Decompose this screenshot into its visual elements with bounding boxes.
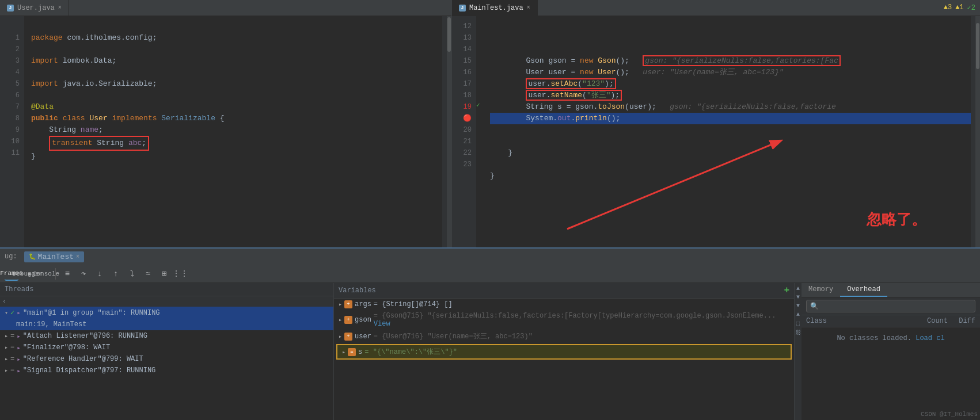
var-s-value: = "{\"name\":\"张三\"}" (364, 347, 457, 357)
right-line-16: user.setAbc("123"); (490, 78, 616, 89)
right-scrollbar[interactable] (975, 16, 980, 247)
col-count-header: Count (919, 317, 948, 325)
left-scrollbar[interactable] (447, 16, 451, 247)
gutter-copy-icon[interactable]: ⬚ (796, 320, 800, 327)
code-line-5: import java.io.Serializable; (31, 79, 157, 88)
thread-finalizer-eq: = (10, 343, 14, 352)
debug-session-tab[interactable]: 🐛 MainTest × (24, 251, 84, 262)
threads-header: Threads (0, 283, 333, 296)
tab-close-icon[interactable]: × (58, 5, 62, 11)
step-out-btn[interactable]: ↑ (109, 267, 123, 281)
step-into-btn[interactable]: ↓ (93, 267, 107, 281)
thread-finalizer-label: "Finalizer"@798: WAIT (23, 343, 110, 352)
gutter-up-arrow2[interactable]: ▲ (796, 311, 800, 318)
var-args-expand[interactable]: ▸ (339, 301, 342, 308)
right-line-numbers: 12 13 14 15 16 17 18 19 🔴 20 21 22 23 (452, 16, 476, 247)
debug-area: ug: 🐛 MainTest × Frames Debugger ▶ Conso… (0, 247, 980, 420)
debug-icon: 🐛 (29, 253, 36, 260)
gutter-up-arrow[interactable]: ▲ (796, 285, 800, 292)
code-line-3: import lombok.Data; (31, 56, 116, 65)
left-code-content[interactable]: package com.itholmes.config; import lomb… (24, 16, 442, 247)
thread-attach-expand[interactable]: ▸ (5, 333, 8, 339)
var-s[interactable]: ▸ = s = "{\"name\":\"张三\"}" (336, 344, 792, 360)
divider-1 (55, 268, 56, 280)
var-user[interactable]: ▸ + user = {User@716} "User(name=张三, abc… (334, 330, 794, 343)
memory-panel: Memory Overhead Class Count Diff No clas… (802, 283, 980, 420)
tab-maintest-java[interactable]: J MainTest.java × (452, 0, 538, 16)
right-line-14: Gson gson = new Gson(); gson: "{serializ… (490, 55, 841, 66)
more-btn[interactable]: ⋮⋮ (173, 267, 187, 281)
thread-sigdispatcher-expand[interactable]: ▸ (5, 367, 8, 374)
right-line-15: User user = new User(); user: "User(name… (490, 68, 784, 77)
var-args[interactable]: ▸ + args = {String[]@714} [] (334, 299, 794, 310)
thread-collapse-icon[interactable]: ‹ (2, 298, 6, 305)
right-markers-col (971, 16, 975, 247)
evaluate-btn[interactable]: ≈ (141, 267, 155, 281)
var-args-name: args (355, 300, 371, 308)
debug-content: Threads ‹ ▾ ✓ ▸ "main"@1 in group "main"… (0, 283, 980, 420)
code-line-10: transient String abc; (31, 139, 149, 147)
thread-main[interactable]: ▾ ✓ ▸ "main"@1 in group "main": RUNNING (0, 307, 333, 319)
var-s-icon: = (348, 348, 356, 356)
left-scroll-thumb[interactable] (447, 17, 451, 52)
debug-toolbar: Frames Debugger ▶ Console ≡ ↷ ↓ ↑ ⤵ ≈ ⊞ … (0, 265, 980, 283)
tab-maintest-close-icon[interactable]: × (527, 5, 530, 11)
gutter-down-arrow2[interactable]: ▼ (796, 303, 800, 309)
thread-finalizer[interactable]: ▸ = ▸ "Finalizer"@798: WAIT (0, 342, 333, 353)
console-tab[interactable]: ▶ Console (37, 267, 51, 281)
right-gutter-icons: ✓ (476, 16, 485, 247)
memory-tabs: Memory Overhead (802, 283, 980, 297)
thread-refhandler-expand[interactable]: ▸ (5, 356, 8, 362)
thread-main-sub[interactable]: main:19, MainTest (0, 319, 333, 330)
right-line-23: } (490, 171, 495, 180)
thread-finalizer-icon: ▸ (17, 344, 21, 352)
thread-main-expand[interactable]: ▾ (5, 310, 8, 316)
memory-tab-memory[interactable]: Memory (802, 283, 840, 297)
java-file-icon: J (7, 5, 14, 12)
maintest-java-icon: J (459, 5, 466, 12)
add-variable-btn[interactable]: + (784, 285, 789, 296)
memory-tab-overhead[interactable]: Overhead (840, 283, 887, 297)
gutter-link-icon[interactable]: ⛓ (795, 329, 801, 336)
thread-refhandler-eq: = (10, 355, 14, 363)
memory-tab-label: Memory (808, 285, 833, 293)
right-tab-bar: J MainTest.java × ▲3 ▲1 ✓2 (452, 0, 980, 16)
no-classes-text: No classes loaded. (837, 334, 916, 342)
tab-user-java[interactable]: J User.java × (0, 0, 69, 16)
var-gson-expand[interactable]: ▸ (339, 316, 342, 323)
var-s-expand[interactable]: ▸ (342, 349, 345, 356)
restore-layout-btn[interactable]: ≡ (60, 267, 74, 281)
var-user-expand[interactable]: ▸ (339, 333, 342, 340)
check-2: ✓2 (967, 3, 975, 12)
thread-finalizer-expand[interactable]: ▸ (5, 344, 8, 351)
col-diff-header: Diff (952, 317, 975, 325)
gutter-check-icon: ✓ (476, 101, 485, 113)
left-line-numbers: 1 2 3 4 5 6 7 8 9 10 11 (0, 16, 24, 247)
run-cursor-btn[interactable]: ⤵ (125, 267, 139, 281)
var-args-eq: = {String[]@714} [] (374, 300, 453, 308)
warning-triangle-1: ▲1 (955, 3, 963, 12)
gutter-down-arrow[interactable]: ▼ (796, 294, 800, 300)
debug-session-close[interactable]: × (76, 254, 79, 260)
memory-search-input[interactable] (806, 300, 975, 312)
right-code-content[interactable]: Gson gson = new Gson(); gson: "{serializ… (485, 16, 971, 247)
right-scroll-thumb[interactable] (976, 23, 979, 69)
thread-attach[interactable]: ▸ = ▸ "Attach Listener"@796: RUNNING (0, 330, 333, 342)
thread-refhandler[interactable]: ▸ = ▸ "Reference Handler"@799: WAIT (0, 353, 333, 365)
threads-control-bar: ‹ (0, 296, 333, 307)
load-classes-link[interactable]: Load cl (916, 334, 944, 342)
thread-refhandler-label: "Reference Handler"@799: WAIT (23, 355, 143, 363)
var-gson[interactable]: ▸ + gson = {Gson@715} "{serializeNulls:f… (334, 310, 794, 330)
threads-header-label: Threads (5, 285, 33, 293)
var-user-name: user (355, 333, 371, 341)
thread-sigdispatcher-label: "Signal Dispatcher"@797: RUNNING (23, 366, 155, 375)
thread-sigdispatcher[interactable]: ▸ = ▸ "Signal Dispatcher"@797: RUNNING (0, 365, 333, 376)
code-line-7: @Data (31, 102, 54, 111)
right-line-18: String s = gson.toJson(user); gson: "{se… (490, 102, 836, 111)
thread-refhandler-icon: ▸ (17, 356, 21, 363)
var-gson-value: = {Gson@715} "{serializeNulls:false,fact… (374, 312, 789, 328)
warnings-bar: ▲3 ▲1 ✓2 (944, 3, 975, 12)
right-code-area: 12 13 14 15 16 17 18 19 🔴 20 21 22 23 (452, 16, 980, 247)
table-btn[interactable]: ⊞ (157, 267, 171, 281)
step-over-btn[interactable]: ↷ (77, 267, 90, 281)
